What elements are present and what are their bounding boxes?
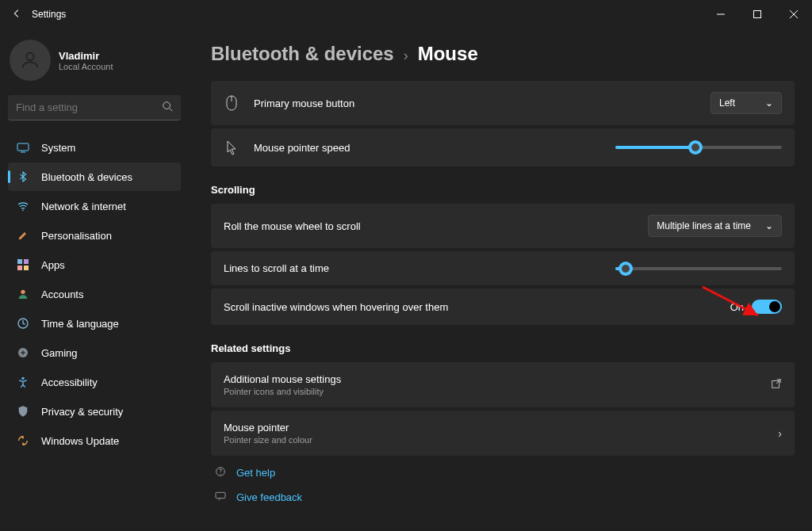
setting-lines-to-scroll: Lines to scroll at a time — [211, 251, 795, 285]
back-button[interactable] — [11, 8, 22, 21]
setting-label: Mouse pointer — [224, 422, 770, 434]
title-bar: Settings — [0, 0, 812, 29]
maximize-button[interactable] — [739, 0, 776, 29]
sidebar-item-bluetooth-devices[interactable]: Bluetooth & devices — [8, 162, 181, 191]
mouse-icon — [224, 95, 239, 111]
help-icon — [214, 465, 227, 480]
sidebar-item-label: System — [41, 142, 75, 154]
search-icon — [162, 101, 173, 115]
pointer-speed-slider[interactable] — [615, 146, 782, 149]
shield-icon — [16, 404, 30, 418]
sidebar-item-time-language[interactable]: Time & language — [8, 309, 181, 338]
sidebar-item-label: Privacy & security — [41, 406, 123, 418]
give-feedback-row: Give feedback — [211, 483, 795, 508]
globe-clock-icon — [16, 316, 30, 330]
svg-rect-23 — [216, 492, 225, 498]
svg-rect-12 — [17, 266, 22, 270]
sidebar-item-label: Apps — [41, 259, 65, 271]
get-help-row: Get help — [211, 459, 795, 483]
window-controls — [703, 0, 812, 29]
setting-label: Mouse pointer speed — [254, 142, 615, 154]
search-input[interactable] — [16, 101, 162, 113]
setting-label: Roll the mouse wheel to scroll — [224, 220, 648, 232]
apps-icon — [16, 258, 30, 272]
setting-label: Additional mouse settings — [224, 373, 763, 385]
svg-rect-7 — [17, 143, 29, 151]
chevron-down-icon: ⌄ — [765, 97, 773, 109]
breadcrumb-parent[interactable]: Bluetooth & devices — [211, 43, 394, 65]
close-button[interactable] — [776, 0, 812, 29]
sidebar-item-windows-update[interactable]: Windows Update — [8, 426, 181, 455]
search-box[interactable] — [8, 95, 181, 120]
sidebar-item-system[interactable]: System — [8, 133, 181, 162]
page-title: Mouse — [418, 43, 478, 65]
lines-scroll-slider[interactable] — [615, 267, 782, 270]
sidebar-item-personalisation[interactable]: Personalisation — [8, 221, 181, 250]
wifi-icon — [16, 199, 30, 213]
user-profile[interactable]: Vladimir Local Account — [10, 40, 179, 81]
chevron-right-icon: › — [404, 48, 408, 64]
get-help-link[interactable]: Get help — [236, 467, 275, 479]
brush-icon — [16, 228, 30, 243]
content-area: Bluetooth & devices › Mouse Primary mous… — [189, 29, 812, 531]
svg-point-14 — [21, 290, 25, 294]
sidebar-item-accounts[interactable]: Accounts — [8, 280, 181, 308]
svg-rect-1 — [754, 11, 761, 18]
sidebar-item-label: Personalisation — [41, 230, 112, 242]
toggle-state-label: On — [730, 301, 744, 313]
svg-point-4 — [26, 53, 33, 60]
sidebar-item-label: Accounts — [41, 288, 83, 300]
user-type: Local Account — [59, 62, 113, 71]
setting-sublabel: Pointer size and colour — [224, 435, 770, 445]
sidebar-item-label: Bluetooth & devices — [41, 171, 132, 183]
setting-pointer-speed: Mouse pointer speed — [211, 128, 795, 166]
sidebar-item-label: Windows Update — [41, 435, 119, 447]
bluetooth-icon — [16, 170, 30, 184]
avatar — [10, 40, 51, 81]
accessibility-icon — [16, 375, 30, 389]
gaming-icon — [16, 346, 30, 360]
section-scrolling-title: Scrolling — [211, 184, 795, 196]
setting-roll-wheel: Roll the mouse wheel to scroll Multiple … — [211, 204, 795, 248]
window-title: Settings — [32, 9, 66, 20]
breadcrumb: Bluetooth & devices › Mouse — [211, 43, 795, 65]
setting-label: Scroll inactive windows when hovering ov… — [224, 301, 730, 313]
sidebar-item-network[interactable]: Network & internet — [8, 192, 181, 220]
open-external-icon — [771, 378, 782, 392]
chevron-right-icon: › — [778, 427, 782, 440]
setting-label: Primary mouse button — [254, 97, 710, 109]
svg-point-9 — [22, 210, 24, 212]
scroll-inactive-toggle[interactable] — [752, 300, 782, 314]
sidebar-item-accessibility[interactable]: Accessibility — [8, 368, 181, 396]
setting-additional-mouse-settings[interactable]: Additional mouse settings Pointer icons … — [211, 362, 795, 407]
sidebar-item-label: Gaming — [41, 347, 78, 359]
roll-wheel-dropdown[interactable]: Multiple lines at a time ⌄ — [648, 215, 782, 237]
svg-point-5 — [163, 101, 170, 109]
svg-point-22 — [220, 474, 220, 475]
setting-primary-mouse-button: Primary mouse button Left ⌄ — [211, 81, 795, 125]
setting-scroll-inactive-windows: Scroll inactive windows when hovering ov… — [211, 288, 795, 325]
svg-rect-13 — [24, 266, 29, 270]
cursor-icon — [224, 139, 239, 155]
svg-line-6 — [170, 108, 173, 111]
system-icon — [16, 140, 30, 155]
svg-point-17 — [21, 377, 24, 380]
update-icon — [16, 434, 30, 448]
dropdown-value: Left — [719, 97, 735, 109]
give-feedback-link[interactable]: Give feedback — [236, 491, 302, 503]
sidebar-item-label: Network & internet — [41, 201, 126, 212]
svg-rect-10 — [17, 259, 22, 264]
sidebar-item-gaming[interactable]: Gaming — [8, 338, 181, 367]
sidebar: Vladimir Local Account System Bluetooth … — [0, 29, 189, 531]
svg-rect-11 — [24, 259, 29, 264]
setting-sublabel: Pointer icons and visibility — [224, 387, 763, 396]
feedback-icon — [214, 490, 227, 505]
person-icon — [16, 287, 30, 301]
setting-mouse-pointer[interactable]: Mouse pointer Pointer size and colour › — [211, 411, 795, 456]
chevron-down-icon: ⌄ — [765, 220, 773, 231]
sidebar-item-privacy[interactable]: Privacy & security — [8, 397, 181, 426]
sidebar-nav: System Bluetooth & devices Network & int… — [8, 133, 181, 455]
primary-button-dropdown[interactable]: Left ⌄ — [710, 92, 782, 114]
minimize-button[interactable] — [703, 0, 739, 29]
sidebar-item-apps[interactable]: Apps — [8, 250, 181, 279]
